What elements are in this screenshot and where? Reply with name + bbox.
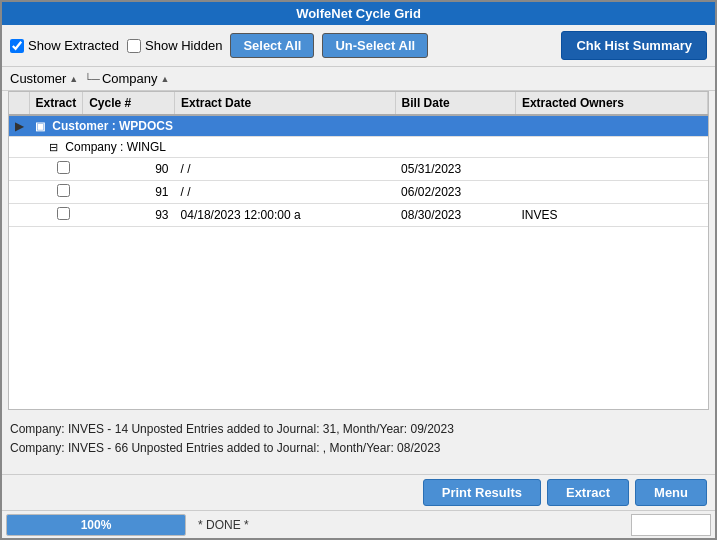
- select-all-button[interactable]: Select All: [230, 33, 314, 58]
- col-header-cycle: Cycle #: [83, 92, 175, 115]
- show-extracted-checkbox[interactable]: [10, 39, 24, 53]
- data-row-pointer-1: [9, 158, 29, 181]
- extract-checkbox-2[interactable]: [57, 184, 70, 197]
- extracted-owners-cell-2: [515, 181, 707, 204]
- col-header-extract-date: Extract Date: [175, 92, 396, 115]
- show-extracted-text: Show Extracted: [28, 38, 119, 53]
- extract-checkbox-cell-1[interactable]: [29, 158, 83, 181]
- table-row[interactable]: 93 04/18/2023 12:00:00 a 08/30/2023 INVE…: [9, 204, 708, 227]
- bill-date-cell-3: 08/30/2023: [395, 204, 515, 227]
- customer-row[interactable]: ▶ ▣ Customer : WPDOCS: [9, 115, 708, 137]
- cycle-cell-1: 90: [83, 158, 175, 181]
- company-row-text: Company : WINGL: [65, 140, 166, 154]
- customer-row-label: ▣ Customer : WPDOCS: [29, 115, 708, 137]
- extract-date-cell-2: / /: [175, 181, 396, 204]
- cycle-cell-2: 91: [83, 181, 175, 204]
- customer-header-label: Customer: [10, 71, 66, 86]
- title-bar: WolfeNet Cycle Grid: [2, 2, 715, 25]
- toolbar: Show Extracted Show Hidden Select All Un…: [2, 25, 715, 67]
- customer-row-text: Customer : WPDOCS: [52, 119, 173, 133]
- tree-connector: └─: [84, 73, 100, 85]
- chk-hist-summary-button[interactable]: Chk Hist Summary: [561, 31, 707, 60]
- menu-button[interactable]: Menu: [635, 479, 707, 506]
- col-header-bill-date: Bill Date: [395, 92, 515, 115]
- company-row-label: ⊟ Company : WINGL: [29, 137, 708, 158]
- bill-date-cell-2: 06/02/2023: [395, 181, 515, 204]
- table-row[interactable]: 91 / / 06/02/2023: [9, 181, 708, 204]
- pointer-cell: ▶: [9, 115, 29, 137]
- extract-date-cell-3: 04/18/2023 12:00:00 a: [175, 204, 396, 227]
- customer-header-item: Customer ▲: [10, 71, 78, 86]
- extract-checkbox-3[interactable]: [57, 207, 70, 220]
- extracted-owners-cell-1: [515, 158, 707, 181]
- show-hidden-checkbox[interactable]: [127, 39, 141, 53]
- company-header-label: Company: [102, 71, 158, 86]
- data-row-pointer-3: [9, 204, 29, 227]
- grid-container: Extract Cycle # Extract Date Bill Date E…: [8, 91, 709, 410]
- progress-label: 100%: [7, 515, 185, 535]
- toolbar-left: Show Extracted Show Hidden Select All Un…: [10, 33, 553, 58]
- customer-sort-icon: ▲: [69, 74, 78, 84]
- extract-button[interactable]: Extract: [547, 479, 629, 506]
- cycle-cell-3: 93: [83, 204, 175, 227]
- company-sort-icon: ▲: [161, 74, 170, 84]
- table-row[interactable]: 90 / / 05/31/2023: [9, 158, 708, 181]
- main-window: WolfeNet Cycle Grid Show Extracted Show …: [0, 0, 717, 540]
- extracted-owners-cell-3: INVES: [515, 204, 707, 227]
- bill-date-cell-1: 05/31/2023: [395, 158, 515, 181]
- bottom-buttons: Print Results Extract Menu: [2, 474, 715, 510]
- show-extracted-label[interactable]: Show Extracted: [10, 38, 119, 53]
- message-area: Company: INVES - 14 Unposted Entries add…: [2, 414, 715, 474]
- data-row-pointer-2: [9, 181, 29, 204]
- company-header-item: Company ▲: [102, 71, 170, 86]
- toolbar-right: Chk Hist Summary: [561, 31, 707, 60]
- company-pointer-cell: [9, 137, 29, 158]
- tree-header: Customer ▲ └─ Company ▲: [2, 67, 715, 91]
- message-line-2: Company: INVES - 66 Unposted Entries add…: [10, 439, 707, 458]
- message-line-1: Company: INVES - 14 Unposted Entries add…: [10, 420, 707, 439]
- col-header-extracted-owners: Extracted Owners: [515, 92, 707, 115]
- grid-table: Extract Cycle # Extract Date Bill Date E…: [9, 92, 708, 227]
- window-title: WolfeNet Cycle Grid: [296, 6, 421, 21]
- col-header-pointer: [9, 92, 29, 115]
- show-hidden-label[interactable]: Show Hidden: [127, 38, 222, 53]
- unselect-all-button[interactable]: Un-Select All: [322, 33, 428, 58]
- customer-expand-icon: ▣: [35, 120, 45, 132]
- extract-checkbox-cell-2[interactable]: [29, 181, 83, 204]
- company-row[interactable]: ⊟ Company : WINGL: [9, 137, 708, 158]
- show-hidden-text: Show Hidden: [145, 38, 222, 53]
- status-right-box: [631, 514, 711, 536]
- status-bar: 100% * DONE *: [2, 510, 715, 538]
- extract-date-cell-1: / /: [175, 158, 396, 181]
- grid-header-row: Extract Cycle # Extract Date Bill Date E…: [9, 92, 708, 115]
- extract-checkbox-cell-3[interactable]: [29, 204, 83, 227]
- progress-bar-container: 100%: [6, 514, 186, 536]
- col-header-extract: Extract: [29, 92, 83, 115]
- print-results-button[interactable]: Print Results: [423, 479, 541, 506]
- status-text: * DONE *: [190, 518, 631, 532]
- company-expand-icon: ⊟: [49, 141, 58, 153]
- extract-checkbox-1[interactable]: [57, 161, 70, 174]
